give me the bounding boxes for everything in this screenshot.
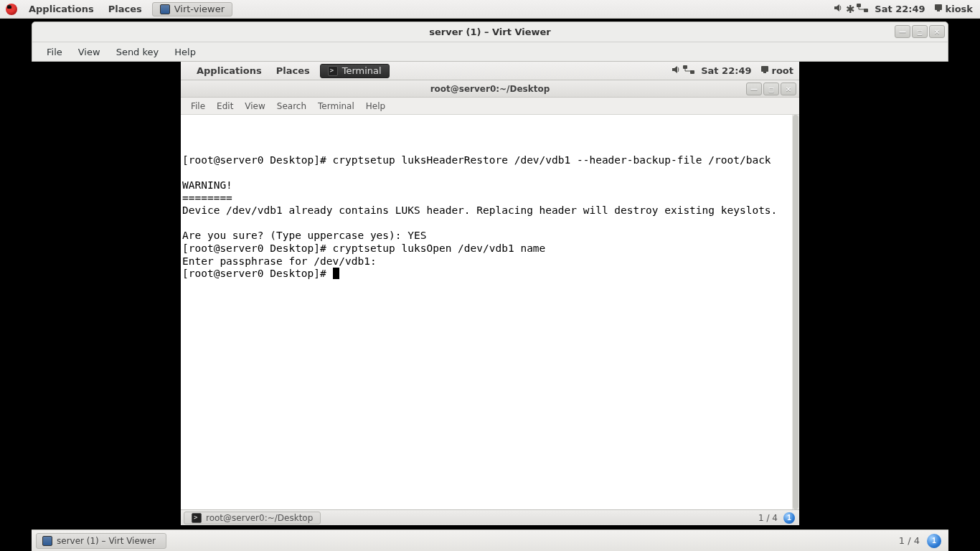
guest-display[interactable]: Applications Places Terminal Sat 22:49 r… (181, 62, 799, 525)
terminal-scrollbar[interactable] (792, 115, 799, 509)
user-icon (933, 3, 944, 15)
svg-rect-2 (935, 4, 942, 10)
terminal-title-text: root@server0:~/Desktop (430, 84, 550, 94)
network-icon[interactable] (856, 3, 867, 15)
maximize-button[interactable]: ◻ (912, 25, 928, 38)
guest-task-terminal-label: root@server0:~/Desktop (206, 513, 313, 523)
guest-taskbar-terminal-label: Terminal (342, 65, 382, 76)
guest-network-icon[interactable] (682, 65, 694, 77)
terminal-menu-search[interactable]: Search (271, 100, 312, 113)
svg-rect-4 (683, 65, 687, 69)
menu-view[interactable]: View (71, 45, 108, 59)
user-menu[interactable]: kiosk (944, 0, 980, 18)
terminal-menubar: File Edit View Search Terminal Help (181, 98, 799, 115)
terminal-menu-view[interactable]: View (239, 100, 270, 113)
close-button[interactable]: ✕ (929, 25, 945, 38)
virtviewer-title-text: server (1) – Virt Viewer (429, 27, 550, 37)
guest-task-terminal[interactable]: root@server0:~/Desktop (184, 512, 321, 524)
guest-user-icon (759, 65, 771, 77)
svg-rect-6 (761, 66, 768, 72)
menu-help[interactable]: Help (167, 45, 203, 59)
menu-file[interactable]: File (39, 45, 70, 59)
terminal-minimize-button[interactable]: — (746, 83, 762, 95)
menu-places[interactable]: Places (101, 0, 149, 18)
terminal-menu-file[interactable]: File (185, 100, 211, 113)
guest-menu-places[interactable]: Places (269, 62, 317, 80)
host-top-panel: Applications Places Virt-viewer ✱ Sat 22… (0, 0, 980, 19)
terminal-icon (328, 66, 338, 76)
menu-sendkey[interactable]: Send key (109, 45, 166, 59)
terminal-close-button[interactable]: ✕ (781, 83, 796, 95)
svg-rect-7 (763, 72, 766, 73)
svg-rect-3 (937, 10, 940, 11)
bluetooth-icon[interactable]: ✱ (844, 3, 856, 16)
terminal-icon (192, 513, 202, 523)
volume-icon[interactable] (833, 2, 844, 16)
guest-pager-text: 1 / 4 (753, 513, 783, 523)
terminal-menu-terminal[interactable]: Terminal (312, 100, 360, 113)
guest-workspace-badge[interactable]: 1 (783, 512, 795, 524)
taskbar-virtviewer-label: Virt-viewer (174, 4, 225, 14)
virtviewer-icon (160, 4, 170, 14)
guest-top-panel: Applications Places Terminal Sat 22:49 r… (181, 62, 799, 80)
minimize-button[interactable]: — (895, 25, 910, 38)
redhat-logo-icon (6, 4, 17, 15)
host-workspace-badge[interactable]: 1 (927, 534, 941, 548)
virtviewer-menubar: File View Send key Help (32, 42, 948, 61)
terminal-maximize-button[interactable]: ◻ (763, 83, 779, 95)
guest-menu-applications[interactable]: Applications (189, 62, 269, 80)
guest-volume-icon[interactable] (671, 64, 682, 77)
virtviewer-window: server (1) – Virt Viewer — ◻ ✕ File View… (32, 22, 948, 62)
virtviewer-titlebar[interactable]: server (1) – Virt Viewer — ◻ ✕ (32, 22, 948, 42)
scrollbar-thumb[interactable] (793, 115, 798, 509)
host-pager-text: 1 / 4 (892, 535, 927, 546)
taskbar-virtviewer[interactable]: Virt-viewer (152, 2, 232, 17)
guest-user-menu[interactable]: root (771, 62, 800, 80)
host-bottom-panel: server (1) – Virt Viewer 1 / 4 1 (32, 529, 948, 551)
svg-rect-0 (857, 4, 861, 7)
host-task-virtviewer[interactable]: server (1) – Virt Viewer (36, 533, 166, 549)
clock[interactable]: Sat 22:49 (867, 0, 932, 18)
terminal-body[interactable]: [root@server0 Desktop]# cryptsetup luksH… (181, 115, 792, 509)
terminal-titlebar[interactable]: root@server0:~/Desktop — ◻ ✕ (181, 80, 799, 98)
virtviewer-icon (42, 536, 52, 546)
terminal-output: [root@server0 Desktop]# cryptsetup luksH… (182, 154, 777, 279)
terminal-menu-help[interactable]: Help (360, 100, 391, 113)
terminal-window: root@server0:~/Desktop — ◻ ✕ File Edit V… (181, 80, 799, 509)
terminal-cursor (333, 268, 339, 279)
guest-clock[interactable]: Sat 22:49 (694, 62, 758, 80)
guest-bottom-panel: root@server0:~/Desktop 1 / 4 1 (181, 509, 799, 525)
terminal-menu-edit[interactable]: Edit (211, 100, 239, 113)
guest-taskbar-terminal[interactable]: Terminal (320, 64, 390, 78)
menu-applications[interactable]: Applications (22, 0, 101, 18)
host-task-virtviewer-label: server (1) – Virt Viewer (57, 536, 156, 546)
